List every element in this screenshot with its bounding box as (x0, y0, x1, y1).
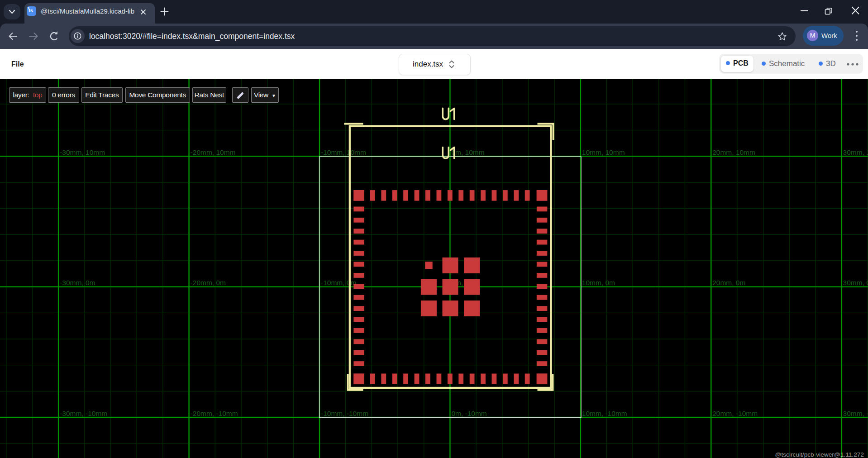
svg-text:10mm, 0m: 10mm, 0m (582, 279, 615, 286)
svg-text:30mm, 10mm: 30mm, 10mm (843, 148, 868, 156)
svg-text:-30mm, 10mm: -30mm, 10mm (60, 148, 105, 156)
svg-text:0m, -10mm: 0m, -10mm (451, 410, 486, 417)
svg-text:-20mm, 10mm: -20mm, 10mm (191, 148, 236, 156)
svg-text:-10mm, 0m: -10mm, 0m (321, 279, 356, 286)
svg-text:-20mm, 0m: -20mm, 0m (191, 279, 226, 286)
svg-text:20mm, 10mm: 20mm, 10mm (712, 148, 755, 156)
svg-text:@tscircuit/pcb-viewer@1.11.272: @tscircuit/pcb-viewer@1.11.272 (775, 451, 864, 458)
svg-text:10mm, 10mm: 10mm, 10mm (582, 148, 625, 156)
svg-text:-20mm, -10mm: -20mm, -10mm (191, 410, 238, 417)
svg-text:10mm, -10mm: 10mm, -10mm (582, 410, 627, 417)
svg-text:30mm, -10mm: 30mm, -10mm (843, 410, 868, 417)
svg-text:-10mm, -10mm: -10mm, -10mm (321, 410, 368, 417)
svg-text:20mm, 0m: 20mm, 0m (712, 279, 745, 286)
svg-text:0m, 10mm: 0m, 10mm (451, 148, 484, 156)
svg-text:-30mm, -10mm: -30mm, -10mm (60, 410, 107, 417)
svg-text:20mm, -10mm: 20mm, -10mm (712, 410, 758, 417)
svg-text:-10mm, 10mm: -10mm, 10mm (321, 148, 366, 156)
svg-text:30mm, 0m: 30mm, 0m (843, 279, 868, 286)
svg-text:-30mm, 0m: -30mm, 0m (60, 279, 95, 286)
